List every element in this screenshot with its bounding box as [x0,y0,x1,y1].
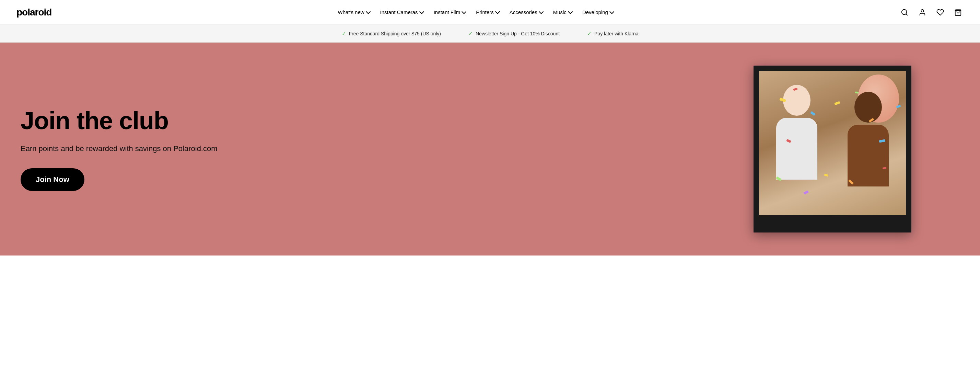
polaroid-photo [759,71,906,215]
navbar: polaroid What's new Instant Cameras Inst… [0,0,980,25]
chevron-down-icon [461,9,466,14]
hero-image [754,65,912,233]
nav-icons [899,7,964,18]
nav-item-whats-new[interactable]: What's new [334,6,373,18]
nav-item-printers[interactable]: Printers [472,6,503,18]
polaroid-frame [754,65,912,233]
hero-subtitle: Earn points and be rewarded with savings… [21,144,519,153]
hero-section: Join the club Earn points and be rewarde… [0,43,980,255]
chevron-down-icon [609,9,614,14]
nav-item-accessories[interactable]: Accessories [506,6,546,18]
nav-item-music[interactable]: Music [549,6,576,18]
svg-line-1 [906,14,907,15]
hero-content: Join the club Earn points and be rewarde… [0,107,539,191]
join-now-button[interactable]: Join Now [21,168,84,191]
promo-banner: ✓ Free Standard Shipping over $75 (US on… [0,25,980,43]
chevron-down-icon [366,9,371,14]
nav-item-instant-film[interactable]: Instant Film [430,6,469,18]
svg-point-2 [921,9,923,12]
cart-icon[interactable] [953,7,964,18]
chevron-down-icon [539,9,544,14]
check-icon: ✓ [342,30,346,37]
promo-item-newsletter: ✓ Newsletter Sign Up - Get 10% Discount [468,30,560,37]
wishlist-icon[interactable] [935,7,946,18]
nav-item-instant-cameras[interactable]: Instant Cameras [376,6,427,18]
logo[interactable]: polaroid [16,7,51,18]
chevron-down-icon [495,9,500,14]
check-icon: ✓ [468,30,473,37]
confetti [759,71,906,215]
promo-item-klarna: ✓ Pay later with Klarna [587,30,638,37]
account-icon[interactable] [917,7,928,18]
search-icon[interactable] [899,7,910,18]
hero-title: Join the club [21,107,519,134]
nav-item-developing[interactable]: Developing [578,6,617,18]
chevron-down-icon [419,9,424,14]
chevron-down-icon [568,9,573,14]
nav-links: What's new Instant Cameras Instant Film … [334,6,617,18]
check-icon: ✓ [587,30,592,37]
promo-item-shipping: ✓ Free Standard Shipping over $75 (US on… [342,30,441,37]
